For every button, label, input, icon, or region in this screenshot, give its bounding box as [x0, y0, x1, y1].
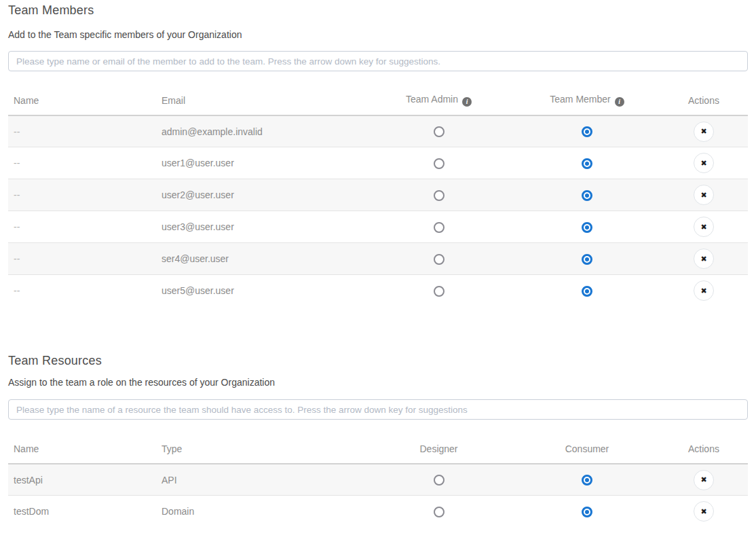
members-table-body: -- admin@example.invalid ✖ -- user1@user… [8, 115, 748, 306]
designer-radio[interactable] [434, 507, 445, 517]
member-email: user3@user.user [156, 221, 363, 232]
member-name: -- [8, 253, 156, 264]
member-row: -- user1@user.user ✖ [8, 147, 748, 179]
member-name: -- [8, 158, 156, 168]
team-member-radio[interactable] [582, 286, 592, 297]
resource-search-input[interactable] [8, 399, 748, 420]
members-col-email: Email [156, 95, 363, 106]
member-email: user2@user.user [156, 189, 363, 200]
remove-member-button[interactable]: ✖ [694, 122, 714, 142]
remove-member-button[interactable]: ✖ [694, 249, 714, 269]
team-admin-radio[interactable] [434, 286, 445, 297]
team-member-header-label: Team Member [550, 94, 610, 105]
member-name: -- [8, 189, 156, 200]
resources-col-designer: Designer [363, 443, 514, 454]
members-table: Name Email Team Admini Team Memberi Acti… [8, 86, 748, 306]
member-row: -- user3@user.user ✖ [8, 211, 748, 242]
member-row: -- ser4@user.user ✖ [8, 242, 748, 274]
consumer-radio[interactable] [582, 507, 592, 517]
members-col-team-member: Team Memberi [514, 94, 660, 107]
resource-name: testApi [8, 475, 156, 486]
members-col-team-admin: Team Admini [363, 94, 514, 107]
resource-name: testDom [8, 506, 156, 517]
members-col-name: Name [8, 95, 156, 106]
member-name: -- [8, 221, 156, 232]
team-members-subtitle: Add to the Team specific members of your… [8, 29, 748, 40]
team-members-section: Team Members Add to the Team specific me… [8, 0, 748, 306]
resource-row: testApi API ✖ [8, 463, 748, 495]
x-icon: ✖ [700, 191, 706, 199]
team-members-title: Team Members [8, 0, 748, 18]
member-name: -- [8, 285, 156, 296]
consumer-radio[interactable] [582, 475, 592, 486]
resources-table-body: testApi API ✖ testDom Domain ✖ [8, 463, 748, 527]
team-member-radio[interactable] [582, 190, 592, 201]
member-name: -- [8, 126, 156, 137]
x-icon: ✖ [700, 476, 706, 483]
members-table-header: Name Email Team Admini Team Memberi Acti… [8, 86, 748, 115]
resources-table: Name Type Designer Consumer Actions test… [8, 434, 748, 527]
x-icon: ✖ [700, 508, 706, 515]
team-admin-radio[interactable] [434, 222, 445, 233]
team-member-radio[interactable] [582, 254, 592, 265]
team-settings-page: Team Members Add to the Team specific me… [0, 0, 756, 527]
member-email: user1@user.user [156, 158, 363, 168]
member-row: -- admin@example.invalid ✖ [8, 115, 748, 147]
team-member-radio[interactable] [582, 126, 592, 137]
resources-col-type: Type [156, 443, 363, 454]
info-icon[interactable]: i [462, 97, 472, 107]
x-icon: ✖ [700, 160, 706, 167]
designer-radio[interactable] [434, 475, 445, 486]
member-search-input[interactable] [8, 51, 748, 71]
team-resources-title: Team Resources [8, 353, 748, 368]
members-col-actions: Actions [660, 95, 748, 106]
remove-member-button[interactable]: ✖ [694, 280, 714, 301]
team-admin-radio[interactable] [434, 126, 445, 137]
member-row: -- user5@user.user ✖ [8, 274, 748, 306]
remove-resource-button[interactable]: ✖ [694, 501, 714, 522]
remove-resource-button[interactable]: ✖ [694, 470, 714, 490]
team-member-radio[interactable] [582, 158, 592, 169]
info-icon[interactable]: i [615, 97, 624, 107]
member-email: user5@user.user [156, 285, 363, 296]
team-admin-radio[interactable] [434, 254, 445, 265]
member-row: -- user2@user.user ✖ [8, 179, 748, 211]
remove-member-button[interactable]: ✖ [694, 185, 714, 205]
team-member-radio[interactable] [582, 222, 592, 233]
resources-table-header: Name Type Designer Consumer Actions [8, 434, 748, 463]
resources-col-actions: Actions [660, 443, 748, 454]
team-admin-radio[interactable] [434, 190, 445, 201]
team-resources-subtitle: Assign to the team a role on the resourc… [8, 377, 748, 388]
x-icon: ✖ [700, 128, 706, 135]
x-icon: ✖ [700, 287, 706, 295]
x-icon: ✖ [700, 223, 706, 231]
remove-member-button[interactable]: ✖ [694, 153, 714, 173]
resource-row: testDom Domain ✖ [8, 495, 748, 527]
member-email: admin@example.invalid [156, 126, 363, 137]
resources-col-name: Name [8, 443, 156, 454]
resources-col-consumer: Consumer [514, 443, 660, 454]
resource-type: Domain [156, 506, 363, 517]
team-admin-header-label: Team Admin [406, 94, 458, 105]
resource-type: API [156, 475, 363, 486]
x-icon: ✖ [700, 255, 706, 263]
member-email: ser4@user.user [156, 253, 363, 264]
team-admin-radio[interactable] [434, 158, 445, 169]
remove-member-button[interactable]: ✖ [694, 217, 714, 237]
team-resources-section: Team Resources Assign to the team a role… [8, 353, 748, 527]
